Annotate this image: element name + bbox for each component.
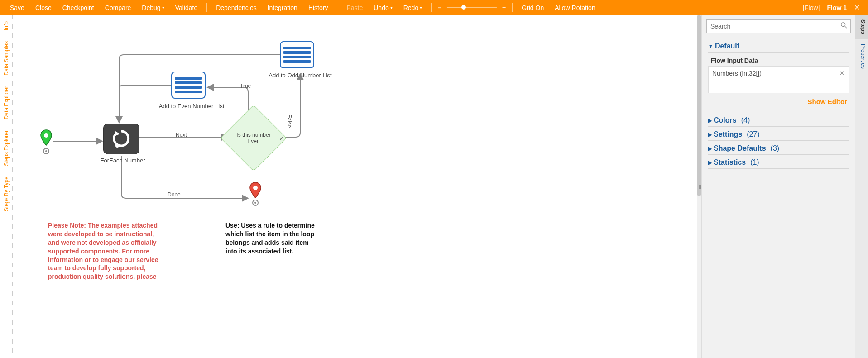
section-settings-label: Settings	[714, 130, 742, 138]
section-colors[interactable]: ▶ Colors (4)	[708, 113, 849, 127]
section-statistics[interactable]: ▶ Statistics (1)	[708, 155, 849, 169]
right-panel-wrap: || ▼ Default Flow Input Data Num	[701, 15, 868, 358]
svg-line-4	[845, 26, 847, 28]
scrollbar-thumb[interactable]	[697, 15, 701, 196]
search-input[interactable]	[706, 19, 851, 33]
zoom-control: − +	[436, 4, 508, 11]
triangle-right-icon: ▶	[708, 146, 712, 152]
main-area: Info Data Samples Data Explorer Steps Ex…	[0, 15, 868, 358]
undo-label: Undo	[374, 4, 388, 11]
section-default[interactable]: ▼ Default	[708, 38, 849, 53]
close-tab-button[interactable]: ✕	[851, 3, 863, 12]
section-shape-defaults-label: Shape Defaults	[714, 144, 766, 153]
odd-list-label: Add to Odd Number List	[266, 72, 334, 79]
validate-button[interactable]: Validate	[171, 0, 202, 15]
section-statistics-label: Statistics	[714, 158, 746, 167]
odd-list-node[interactable]	[280, 41, 314, 68]
start-pin-icon	[40, 129, 53, 147]
tab-properties[interactable]: Properties	[855, 39, 868, 74]
panel-resize-handle[interactable]: ||	[699, 180, 701, 193]
caret-down-icon: ▾	[162, 5, 164, 10]
tab-steps-explorer[interactable]: Steps Explorer	[3, 128, 10, 169]
svg-point-0	[44, 133, 48, 138]
end-pin-icon	[249, 181, 262, 200]
foreach-node[interactable]	[103, 124, 139, 154]
svg-point-3	[841, 23, 845, 27]
triangle-down-icon: ▼	[708, 43, 713, 49]
flow-input-title: Flow Input Data	[711, 57, 849, 64]
caret-down-icon: ▾	[390, 5, 393, 10]
end-input-port[interactable]	[252, 200, 259, 206]
note-red: Please Note: The examples attached were …	[48, 221, 161, 281]
right-tab-rail: Steps Properties	[855, 15, 868, 358]
show-editor-link[interactable]: Show Editor	[708, 95, 849, 113]
debug-button[interactable]: Debug▾	[137, 0, 168, 15]
tab-steps[interactable]: Steps	[855, 15, 868, 39]
section-colors-label: Colors	[714, 116, 737, 124]
redo-label: Redo	[403, 4, 418, 11]
allow-rotation-button[interactable]: Allow Rotation	[550, 0, 600, 15]
tab-info[interactable]: Info	[3, 19, 10, 33]
edge-label-done: Done	[168, 191, 181, 198]
foreach-label: ForEach Number	[98, 157, 148, 164]
zoom-out-button[interactable]: −	[436, 4, 443, 11]
remove-input-button[interactable]: ✕	[839, 69, 845, 77]
panel-body: ▼ Default Flow Input Data Numbers (Int32…	[702, 36, 855, 172]
svg-point-1	[115, 144, 119, 148]
left-rail: Info Data Samples Data Explorer Steps Ex…	[0, 15, 13, 358]
integration-button[interactable]: Integration	[263, 0, 302, 15]
edge-label-next: Next	[176, 132, 187, 138]
even-list-node[interactable]	[171, 72, 206, 99]
top-toolbar: Save Close Checkpoint Compare Debug▾ Val…	[0, 0, 868, 15]
dependencies-button[interactable]: Dependencies	[211, 0, 261, 15]
zoom-in-button[interactable]: +	[500, 4, 508, 11]
section-settings[interactable]: ▶ Settings (27)	[708, 127, 849, 141]
paste-button[interactable]: Paste	[342, 0, 367, 15]
grid-on-button[interactable]: Grid On	[517, 0, 548, 15]
decision-node[interactable]: Is this number Even ✓	[220, 105, 287, 171]
search-icon	[841, 22, 847, 30]
toolbar-divider	[431, 3, 432, 12]
flow-input-item: Numbers (Int32[])	[712, 70, 762, 77]
triangle-right-icon: ▶	[708, 118, 712, 124]
debug-label: Debug	[142, 4, 160, 11]
flow-name-label: Flow 1	[824, 4, 849, 11]
triangle-right-icon: ▶	[708, 160, 712, 166]
checkpoint-button[interactable]: Checkpoint	[58, 0, 99, 15]
end-node[interactable]	[249, 181, 262, 201]
toolbar-divider	[512, 3, 513, 12]
section-statistics-count: (1)	[750, 158, 759, 167]
start-node[interactable]	[40, 129, 53, 148]
redo-button[interactable]: Redo▾	[399, 0, 427, 15]
flow-canvas[interactable]: ForEach Number Add to Even Number List A…	[13, 15, 701, 358]
decision-label: Is this number Even	[233, 132, 274, 144]
close-button[interactable]: Close	[31, 0, 56, 15]
toolbar-divider	[337, 3, 337, 12]
caret-down-icon: ▾	[420, 5, 422, 10]
tab-steps-by-type[interactable]: Steps By Type	[3, 174, 10, 214]
history-button[interactable]: History	[304, 0, 333, 15]
zoom-slider[interactable]	[447, 7, 497, 8]
compare-button[interactable]: Compare	[101, 0, 136, 15]
properties-panel: ▼ Default Flow Input Data Numbers (Int32…	[701, 15, 855, 358]
toolbar-divider	[206, 3, 207, 12]
tab-data-explorer[interactable]: Data Explorer	[3, 83, 10, 122]
section-shape-defaults[interactable]: ▶ Shape Defaults (3)	[708, 141, 849, 155]
section-default-label: Default	[715, 42, 739, 50]
section-shape-defaults-count: (3)	[771, 144, 780, 153]
even-list-label: Add to Even Number List	[158, 103, 225, 110]
loop-icon	[110, 128, 133, 150]
save-button[interactable]: Save	[5, 0, 29, 15]
undo-button[interactable]: Undo▾	[369, 0, 397, 15]
search-wrap	[706, 19, 851, 33]
start-output-port[interactable]	[43, 148, 49, 154]
note-black: Use: Uses a rule to determine which list…	[225, 221, 321, 256]
section-colors-count: (4)	[741, 116, 750, 124]
zoom-slider-thumb[interactable]	[461, 5, 466, 10]
flow-input-box[interactable]: Numbers (Int32[]) ✕	[708, 66, 849, 93]
section-settings-count: (27)	[747, 130, 759, 138]
svg-point-2	[253, 186, 258, 190]
tab-data-samples[interactable]: Data Samples	[3, 38, 10, 78]
edge-label-false: False	[286, 115, 293, 128]
edge-label-true: True	[240, 83, 251, 89]
